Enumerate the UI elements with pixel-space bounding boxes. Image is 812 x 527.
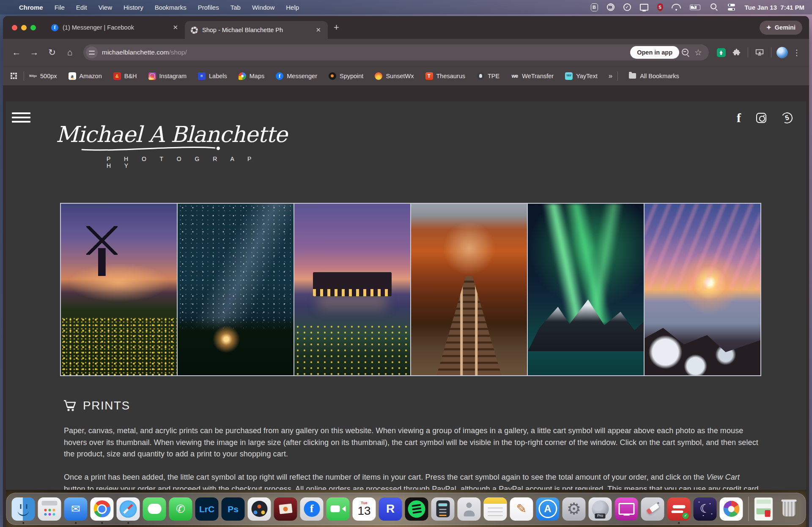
menubar-item[interactable]: Help [286, 4, 299, 11]
system-settings-icon[interactable]: ⚙ [562, 497, 586, 521]
gallery-photo-covered-bridge[interactable] [294, 204, 410, 375]
screenshot-preview-thumbnail[interactable] [754, 497, 773, 521]
close-window-button[interactable] [12, 25, 17, 30]
s-app-icon[interactable]: S [657, 3, 663, 11]
photoshop-icon[interactable]: Ps [222, 497, 245, 521]
bookmark-messenger[interactable]: f Messenger [276, 72, 317, 80]
gallery-photo-autumn-railroad[interactable] [411, 204, 527, 375]
menubar-item[interactable]: History [123, 4, 143, 11]
gemini-button[interactable]: ✦ Gemini [760, 21, 802, 35]
bookmarks-overflow-chevron[interactable]: » [609, 72, 612, 80]
expressvpn-icon[interactable]: ✓ [667, 497, 691, 521]
menubar-item[interactable]: Window [252, 4, 274, 11]
close-tab-icon[interactable]: ✕ [171, 24, 180, 31]
safari-icon[interactable] [117, 497, 140, 521]
menubar-item[interactable]: View [99, 4, 112, 11]
photo-mechanic-icon[interactable] [274, 497, 297, 521]
bookmark-star-icon[interactable]: ☆ [692, 46, 705, 59]
bookmark-thesaurus[interactable]: T Thesaurus [425, 72, 466, 80]
notes-icon[interactable] [484, 497, 507, 521]
close-tab-icon[interactable]: ✕ [314, 26, 323, 34]
zoom-out-icon[interactable] [679, 46, 692, 59]
messages-icon[interactable] [143, 497, 166, 521]
site-logo[interactable]: Michael A Blanchette P H O T O G R A P H… [56, 122, 259, 169]
facebook-icon[interactable]: f [737, 112, 741, 124]
gallery-photo-windmills-sunset[interactable] [61, 204, 177, 375]
zoom-window-button[interactable] [30, 25, 36, 30]
menubar-item[interactable]: Tab [230, 4, 241, 11]
bookmark-bh[interactable]: & B&H [113, 72, 137, 80]
launchpad-grid-icon[interactable] [38, 497, 61, 521]
menubar-item[interactable]: Edit [76, 4, 87, 11]
minimize-window-button[interactable] [21, 25, 27, 30]
bookmark-instagram[interactable]: Instagram [148, 72, 187, 80]
duet-display-icon[interactable] [615, 497, 638, 521]
davinci-resolve-icon[interactable] [248, 497, 271, 521]
bookmark-spypoint[interactable]: Spypoint [329, 72, 363, 80]
calculator-icon[interactable] [431, 497, 455, 521]
spotify-icon[interactable] [405, 497, 428, 521]
contacts-icon[interactable] [458, 497, 481, 521]
site-info-icon[interactable] [86, 46, 98, 58]
control-center-icon[interactable] [727, 3, 736, 11]
mail-icon[interactable]: ✉ [64, 497, 88, 521]
menubar-item[interactable]: Profiles [198, 4, 219, 11]
calendar-icon[interactable]: Tue 13 [353, 497, 376, 521]
app-store-icon[interactable]: A [536, 497, 560, 521]
extensions-puzzle-icon[interactable] [730, 46, 743, 59]
instagram-icon[interactable] [756, 113, 766, 123]
open-in-app-button[interactable]: Open in app [630, 46, 679, 59]
reload-button[interactable]: ↻ [44, 45, 60, 60]
hamburger-menu-icon[interactable] [12, 112, 30, 125]
lightroom-classic-icon[interactable]: LrC [195, 497, 219, 521]
sync-check-icon[interactable]: ✓ [623, 3, 631, 11]
battery-charging-icon[interactable] [689, 3, 701, 11]
device-share-icon[interactable] [753, 46, 766, 59]
green-extension-icon[interactable] [715, 46, 727, 59]
apps-grid-icon[interactable] [11, 73, 17, 79]
wifi-icon[interactable] [672, 3, 680, 11]
display-mirroring-icon[interactable] [640, 3, 648, 11]
eraser-app-icon[interactable] [641, 497, 664, 521]
chrome-icon[interactable] [91, 497, 114, 521]
night-sky-app-icon[interactable]: ☾ [694, 497, 717, 521]
address-bar[interactable]: michaelblanchette.com/shop/ Open in app … [83, 44, 709, 60]
menu-bar-clock[interactable]: Tue Jan 13 7:41 PM [745, 4, 804, 11]
spotlight-search-icon[interactable] [710, 3, 719, 11]
creative-cloud-icon[interactable] [607, 3, 614, 11]
profile-avatar[interactable] [776, 47, 788, 58]
home-button[interactable]: ⌂ [62, 45, 77, 60]
bookmark-sunsetwx[interactable]: SunsetWx [375, 72, 414, 80]
tab-shop-michael-blanchette[interactable]: Shop - Michael Blanchette Ph ✕ [185, 21, 328, 39]
bookmark-500px[interactable]: 500px 500px [29, 72, 57, 80]
back-button[interactable]: ← [9, 45, 24, 60]
gallery-photo-aurora-mountain[interactable] [528, 204, 644, 375]
bookmark-maps[interactable]: Maps [239, 72, 264, 80]
url-text[interactable]: michaelblanchette.com/shop/ [102, 49, 187, 56]
menubar-item[interactable]: File [55, 4, 65, 11]
new-tab-button[interactable]: + [328, 22, 345, 33]
pages-icon[interactable]: ✎ [510, 497, 533, 521]
b-app-icon[interactable]: B [591, 3, 598, 11]
bookmark-tpe[interactable]: TPE [477, 72, 499, 80]
browser-menu-icon[interactable]: ⋮ [790, 46, 803, 59]
finder-icon[interactable] [12, 497, 35, 521]
bookmark-yaytext[interactable]: YAY YayText [565, 72, 598, 80]
trash-icon[interactable] [777, 497, 801, 521]
bookmark-labels[interactable]: ≡ Labels [198, 72, 227, 80]
tab-messenger[interactable]: f (1) Messenger | Facebook ✕ [45, 19, 185, 36]
gallery-photo-coastal-sunset[interactable] [645, 204, 760, 375]
whatsapp-icon[interactable]: ✆ [169, 497, 192, 521]
bookmark-wetransfer[interactable]: we WeTransfer [511, 72, 554, 80]
bookmark-amazon[interactable]: a Amazon [69, 72, 102, 80]
facebook-icon[interactable]: f [300, 497, 324, 521]
gallery-photo-milky-way[interactable] [178, 204, 294, 375]
facetime-icon[interactable] [326, 497, 350, 521]
photopills-icon[interactable] [720, 497, 743, 521]
menubar-item[interactable]: Bookmarks [155, 4, 187, 11]
menubar-item[interactable]: Chrome [19, 4, 43, 11]
all-bookmarks-button[interactable]: All Bookmarks [629, 73, 679, 79]
forward-button[interactable]: → [27, 45, 42, 60]
r-app-icon[interactable]: R [379, 497, 402, 521]
500px-icon[interactable]: 5 [780, 111, 794, 125]
